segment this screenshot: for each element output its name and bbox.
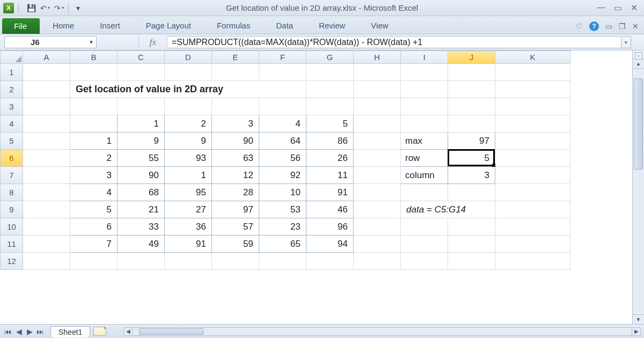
cell-K12[interactable] [495, 253, 570, 270]
formula-bar-expand-button[interactable]: ▾ [621, 36, 631, 48]
cell-C5[interactable]: 9 [118, 133, 165, 150]
cell-A11[interactable] [23, 236, 70, 253]
cell-D4[interactable]: 2 [165, 115, 212, 133]
cell-F3[interactable] [259, 98, 306, 115]
mdi-restore-button[interactable]: ❐ [619, 22, 626, 31]
cell-F5[interactable]: 64 [259, 133, 306, 150]
cell-F10[interactable]: 23 [259, 218, 306, 236]
cell-I1[interactable] [401, 64, 448, 81]
select-all-corner[interactable] [1, 51, 23, 64]
cell-I7[interactable]: column [401, 167, 448, 184]
undo-button[interactable]: ↶ [39, 2, 51, 14]
cell-J3[interactable] [448, 98, 495, 115]
cell-D9[interactable]: 27 [165, 201, 212, 218]
help-button[interactable]: ? [589, 21, 599, 31]
tab-view[interactable]: View [358, 17, 401, 34]
fx-icon[interactable]: fx [138, 36, 167, 48]
split-handle[interactable]: – [635, 52, 642, 60]
cell-H7[interactable] [354, 167, 401, 184]
cell-B7[interactable]: 3 [70, 167, 118, 184]
cell-H1[interactable] [354, 64, 401, 81]
tab-data[interactable]: Data [263, 17, 306, 34]
row-header-8[interactable]: 8 [1, 184, 23, 201]
cell-C9[interactable]: 21 [118, 201, 165, 218]
cell-I11[interactable] [401, 236, 448, 253]
cell-F12[interactable] [259, 253, 306, 270]
scroll-right-button[interactable]: ▶ [632, 328, 640, 335]
cell-B1[interactable] [70, 64, 118, 81]
cell-J1[interactable] [448, 64, 495, 81]
cell-F4[interactable]: 4 [259, 115, 306, 133]
cell-E5[interactable]: 90 [212, 133, 259, 150]
row-header-6[interactable]: 6 [1, 150, 23, 167]
cell-K3[interactable] [495, 98, 570, 115]
cell-A12[interactable] [23, 253, 70, 270]
cell-E10[interactable]: 57 [212, 218, 259, 236]
cell-B8[interactable]: 4 [70, 184, 118, 201]
cell-H6[interactable] [354, 150, 401, 167]
mdi-minimize-button[interactable]: ▭ [605, 22, 612, 31]
cell-G5[interactable]: 86 [306, 133, 354, 150]
cell-B3[interactable] [70, 98, 118, 115]
window-minimize-button[interactable]: — [597, 3, 605, 13]
ribbon-minimize-button[interactable]: ♡ [576, 22, 583, 31]
cell-G11[interactable]: 94 [306, 236, 354, 253]
cell-I5[interactable]: max [401, 133, 448, 150]
column-header-G[interactable]: G [306, 51, 354, 64]
sheet-nav-next[interactable]: ▶ [25, 327, 34, 336]
cell-I10[interactable] [401, 218, 448, 236]
cell-J11[interactable] [448, 236, 495, 253]
cell-D1[interactable] [165, 64, 212, 81]
column-header-A[interactable]: A [23, 51, 70, 64]
cell-F7[interactable]: 92 [259, 167, 306, 184]
cell-E12[interactable] [212, 253, 259, 270]
cell-G8[interactable]: 91 [306, 184, 354, 201]
cell-E7[interactable]: 12 [212, 167, 259, 184]
cell-I2[interactable] [401, 81, 448, 98]
column-header-J[interactable]: J [448, 51, 495, 64]
cell-K9[interactable] [495, 201, 570, 218]
column-header-I[interactable]: I [401, 51, 448, 64]
cell-H2[interactable] [354, 81, 401, 98]
row-header-2[interactable]: 2 [1, 81, 23, 98]
column-header-F[interactable]: F [259, 51, 306, 64]
horizontal-scrollbar[interactable]: ◀ ▶ [123, 327, 641, 336]
cell-F8[interactable]: 10 [259, 184, 306, 201]
cell-C11[interactable]: 49 [118, 236, 165, 253]
cell-E3[interactable] [212, 98, 259, 115]
cell-B9[interactable]: 5 [70, 201, 118, 218]
cell-E1[interactable] [212, 64, 259, 81]
cell-J6[interactable]: 5 [448, 150, 495, 167]
cell-I12[interactable] [401, 253, 448, 270]
cell-J5[interactable]: 97 [448, 133, 495, 150]
cell-C1[interactable] [118, 64, 165, 81]
cell-A10[interactable] [23, 218, 70, 236]
cell-A7[interactable] [23, 167, 70, 184]
row-header-7[interactable]: 7 [1, 167, 23, 184]
tab-page-layout[interactable]: Page Layout [133, 17, 204, 34]
cell-I9[interactable]: data = C5:G14 [401, 201, 495, 218]
cell-G1[interactable] [306, 64, 354, 81]
cell-B11[interactable]: 7 [70, 236, 118, 253]
cell-G2[interactable] [306, 81, 354, 98]
cell-J7[interactable]: 3 [448, 167, 495, 184]
cell-B5[interactable]: 1 [70, 133, 118, 150]
new-sheet-button[interactable] [93, 327, 106, 336]
row-header-5[interactable]: 5 [1, 133, 23, 150]
column-header-D[interactable]: D [165, 51, 212, 64]
cell-H9[interactable] [354, 201, 401, 218]
cell-C12[interactable] [118, 253, 165, 270]
cell-G6[interactable]: 26 [306, 150, 354, 167]
redo-button[interactable]: ↷ [53, 2, 65, 14]
tab-insert[interactable]: Insert [87, 17, 133, 34]
cell-D7[interactable]: 1 [165, 167, 212, 184]
cell-A4[interactable] [23, 115, 70, 133]
cell-H8[interactable] [354, 184, 401, 201]
column-header-B[interactable]: B [70, 51, 118, 64]
column-header-K[interactable]: K [495, 51, 570, 64]
row-header-3[interactable]: 3 [1, 98, 23, 115]
row-header-9[interactable]: 9 [1, 201, 23, 218]
cell-F1[interactable] [259, 64, 306, 81]
scroll-up-button[interactable]: ▲ [633, 59, 644, 69]
formula-input[interactable]: =SUMPRODUCT((data=MAX(data))*ROW(data)) … [167, 36, 621, 48]
